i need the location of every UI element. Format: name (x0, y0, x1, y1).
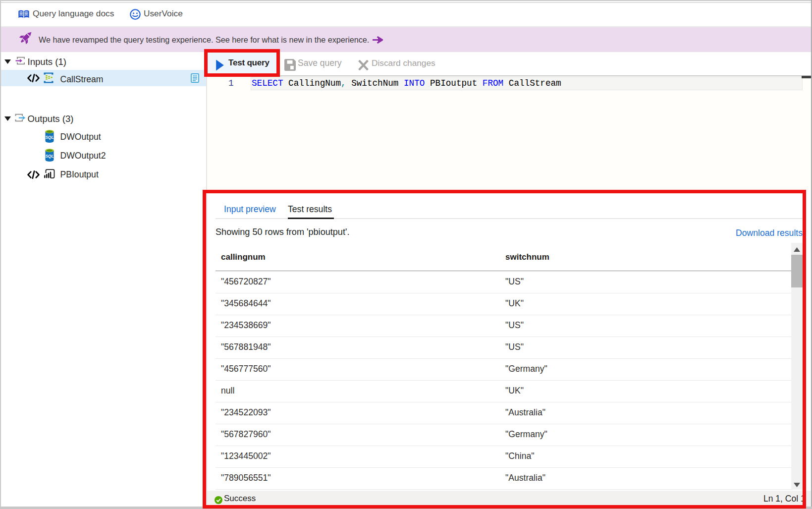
svg-text:SQL: SQL (46, 135, 54, 140)
svg-text:SQL: SQL (46, 154, 54, 159)
